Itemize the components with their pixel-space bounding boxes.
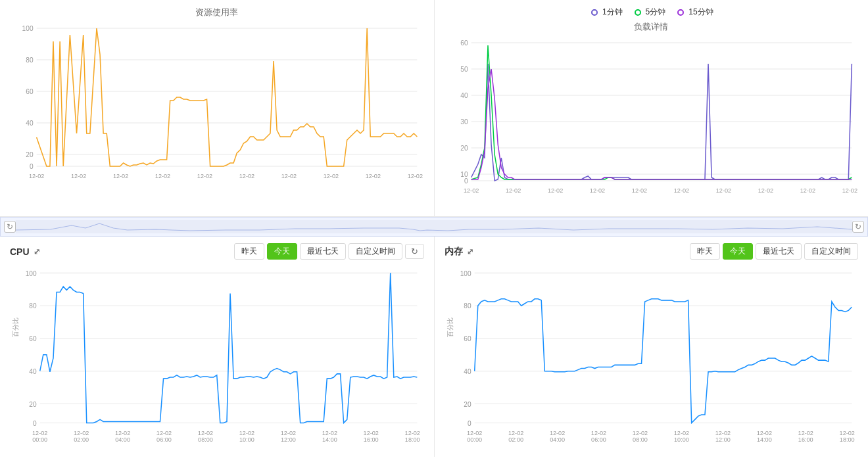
svg-text:06:00: 06:00 [590,193,605,194]
cpu-expand-icon[interactable]: ⤢ [34,247,40,256]
cpu-btn-today[interactable]: 今天 [267,243,297,260]
svg-text:60: 60 [29,335,37,342]
svg-text:40: 40 [464,368,471,375]
cpu-btn-7days[interactable]: 最近七天 [300,243,346,260]
svg-text:04:00: 04:00 [113,178,128,179]
svg-text:30: 30 [460,118,468,126]
svg-text:00:00: 00:00 [29,178,44,179]
scroll-left-icon[interactable]: ↻ [4,221,16,233]
svg-text:20: 20 [29,401,37,408]
svg-point-34 [678,10,683,15]
svg-text:10:00: 10:00 [674,193,689,194]
svg-text:18:00: 18:00 [408,178,423,179]
svg-text:80: 80 [29,302,37,310]
svg-text:60: 60 [464,335,471,342]
svg-text:60: 60 [460,39,468,47]
memory-btn-7days[interactable]: 最近七天 [756,243,802,260]
top-left-title: 资源使用率 [10,7,424,18]
memory-btn-group: 昨天 今天 最近七天 自定义时间 [690,243,858,260]
svg-text:02:00: 02:00 [508,436,523,442]
svg-text:18:00: 18:00 [839,436,854,442]
svg-text:40: 40 [26,120,34,127]
svg-text:16:00: 16:00 [364,436,379,442]
svg-text:16:00: 16:00 [800,193,815,194]
cpu-btn-yesterday[interactable]: 昨天 [234,243,264,260]
legend-5min-label: 5分钟 [646,7,666,18]
svg-text:0: 0 [30,163,34,170]
svg-text:20: 20 [464,401,471,408]
memory-chart-container: 百分比 100 80 60 40 20 0 12-02 00:00 [445,266,859,450]
svg-text:08:00: 08:00 [632,193,647,194]
scroll-bar[interactable]: ↻ ↻ [0,217,868,237]
memory-btn-yesterday[interactable]: 昨天 [690,243,720,260]
memory-title: 内存 [445,246,463,258]
svg-text:百分比: 百分比 [446,317,454,337]
svg-text:20: 20 [26,151,34,158]
svg-text:10:00: 10:00 [239,178,254,179]
svg-text:100: 100 [22,25,34,32]
legend-15min: 15分钟 [675,7,713,18]
svg-text:00:00: 00:00 [467,436,482,442]
svg-rect-69 [16,220,852,233]
svg-text:18:00: 18:00 [842,193,857,194]
legend-1min: 1分钟 [589,7,623,18]
svg-text:18:00: 18:00 [405,436,420,442]
resource-usage-chart: 100 80 60 40 20 0 12-02 00:00 12-02 02:0… [10,22,424,179]
memory-expand-icon[interactable]: ⤢ [467,247,473,256]
svg-text:08:00: 08:00 [198,436,213,442]
memory-btn-custom[interactable]: 自定义时间 [804,243,858,260]
svg-text:80: 80 [464,302,471,310]
svg-text:14:00: 14:00 [758,193,773,194]
svg-text:00:00: 00:00 [464,193,479,194]
svg-text:12:00: 12:00 [281,436,296,442]
svg-text:百分比: 百分比 [12,317,19,337]
svg-text:40: 40 [29,368,37,375]
svg-text:08:00: 08:00 [633,436,648,442]
svg-text:60: 60 [26,88,34,95]
cpu-btn-group: 昨天 今天 最近七天 自定义时间 ↻ [234,243,424,260]
scroll-right-icon[interactable]: ↻ [852,221,864,233]
svg-text:50: 50 [460,66,468,73]
svg-text:12:00: 12:00 [715,193,731,194]
cpu-refresh-button[interactable]: ↻ [405,244,424,259]
svg-text:02:00: 02:00 [74,436,89,442]
load-detail-chart: 60 50 40 30 20 10 0 12-02 00:00 12-02 02… [445,36,859,194]
svg-text:10:00: 10:00 [674,436,689,442]
svg-text:10:00: 10:00 [239,436,254,442]
svg-text:06:00: 06:00 [155,178,170,179]
cpu-panel-header: CPU ⤢ 昨天 今天 最近七天 自定义时间 ↻ [10,243,424,260]
svg-text:14:00: 14:00 [756,436,771,442]
cpu-btn-custom[interactable]: 自定义时间 [349,243,402,260]
svg-text:0: 0 [467,420,471,427]
cpu-chart-container: 百分比 100 80 60 40 20 0 12-02 00:00 [10,266,424,450]
svg-text:16:00: 16:00 [798,436,813,442]
legend-1min-label: 1分钟 [602,7,623,18]
svg-text:06:00: 06:00 [157,436,172,442]
svg-text:100: 100 [26,269,37,277]
svg-text:100: 100 [460,269,471,277]
top-right-title: 负载详情 [445,21,859,33]
legend-15min-label: 15分钟 [688,7,713,18]
svg-text:0: 0 [33,420,37,427]
svg-text:00:00: 00:00 [32,436,47,442]
svg-text:80: 80 [26,57,34,64]
legend-5min: 5分钟 [633,7,666,18]
scroll-track [16,220,852,233]
svg-text:02:00: 02:00 [71,178,86,179]
svg-text:0: 0 [464,177,468,185]
svg-text:12:00: 12:00 [281,178,297,179]
svg-text:40: 40 [460,92,468,99]
svg-text:02:00: 02:00 [506,193,521,194]
svg-text:04:00: 04:00 [550,436,565,442]
memory-btn-today[interactable]: 今天 [723,243,753,260]
svg-text:16:00: 16:00 [366,178,381,179]
svg-text:20: 20 [460,145,468,152]
memory-chart: 百分比 100 80 60 40 20 0 12-02 00:00 [445,266,859,450]
svg-text:06:00: 06:00 [591,436,606,442]
svg-text:12:00: 12:00 [715,436,730,442]
svg-text:14:00: 14:00 [324,178,339,179]
svg-text:04:00: 04:00 [548,193,563,194]
svg-text:08:00: 08:00 [197,178,212,179]
cpu-chart: 百分比 100 80 60 40 20 0 12-02 00:00 [10,266,424,450]
svg-text:14:00: 14:00 [322,436,337,442]
